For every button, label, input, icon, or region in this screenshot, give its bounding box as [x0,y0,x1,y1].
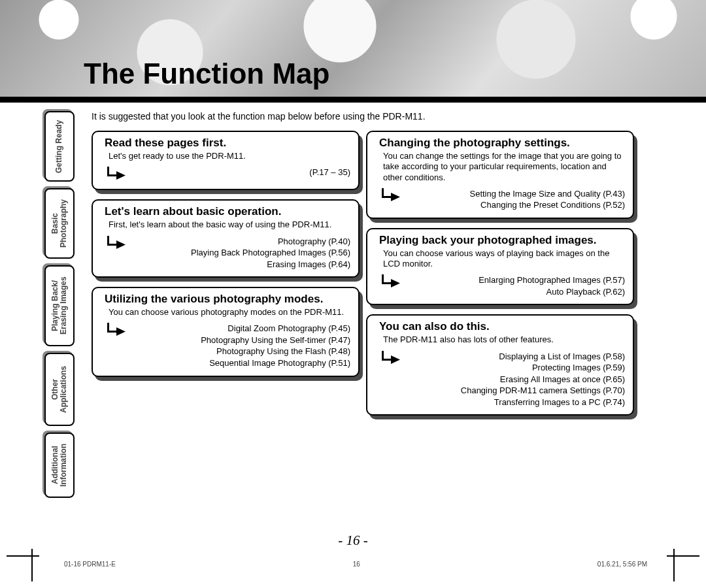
svg-rect-13 [382,282,391,284]
left-column: Read these pages first.Let's get ready t… [92,131,360,386]
module-ref-line: Sequential Image Photography (P.51) [133,357,350,369]
module-refs: Photography (P.40)Playing Back Photograp… [133,236,350,270]
svg-marker-17 [391,355,400,364]
module-refs: Enlarging Photographed Images (P.57)Auto… [408,274,625,297]
module-heading: Changing the photography settings. [379,137,625,150]
page-number: - 16 - [0,532,706,549]
module-box: Let's learn about basic operation.First,… [92,199,360,278]
module-refs: Setting the Image Size and Quality (P.43… [408,188,625,211]
header-divider [0,97,706,103]
module-ref-row: Photography (P.40)Playing Back Photograp… [105,233,350,270]
module-refs: Displaying a List of Images (P.58)Protec… [408,351,625,408]
arrow-icon [379,273,401,290]
side-tab-label: Getting Ready [53,114,65,178]
svg-rect-16 [382,359,391,361]
module-ref-line: Protecting Images (P.59) [408,362,625,374]
module-box: Changing the photography settings.You ca… [366,131,634,219]
module-heading: You can also do this. [379,320,625,333]
svg-rect-4 [107,244,116,246]
footer-left: 01-16 PDRM11-E [64,561,116,568]
right-column: Changing the photography settings.You ca… [366,131,634,425]
module-ref-line: Changing the Preset Conditions (P.52) [408,199,625,211]
footer-meta: 01-16 PDRM11-E 16 01.6.21, 5:56 PM [64,561,647,568]
module-ref-row: Enlarging Photographed Images (P.57)Auto… [379,272,625,297]
svg-rect-10 [382,196,391,198]
module-box: Utilizing the various photography modes.… [92,287,360,376]
footer-right: 01.6.21, 5:56 PM [597,561,647,568]
side-tab: Other Applications [44,353,75,426]
module-ref-row: Digital Zoom Photography (P.45)Photograp… [105,320,350,368]
svg-marker-2 [116,171,126,180]
side-tab: Playing Back/ Erasing Images [44,265,75,346]
module-box: You can also do this.The PDR-M11 also ha… [366,314,634,416]
arrow-icon [105,321,127,338]
side-tab: Basic Photography [44,188,75,259]
module-refs: Digital Zoom Photography (P.45)Photograp… [133,323,350,368]
arrow-icon [105,165,127,182]
crop-mark [673,549,675,581]
svg-rect-1 [107,174,116,176]
side-tab-label: Basic Photography [49,194,70,253]
module-refs: (P.17 – 35) [133,167,350,178]
arrow-icon [379,187,401,204]
module-desc: First, let's learn about the basic way o… [109,220,350,230]
side-tabs: Getting ReadyBasic PhotographyPlaying Ba… [44,111,78,504]
module-ref-line: Photography (P.40) [133,236,350,248]
crop-mark [667,555,699,557]
module-box: Playing back your photographed images.Yo… [366,228,634,306]
side-tab: Additional Information [44,433,75,498]
module-heading: Playing back your photographed images. [379,234,625,247]
svg-marker-5 [116,240,126,249]
module-box: Read these pages first.Let's get ready t… [92,131,360,190]
module-ref-row: Setting the Image Size and Quality (P.43… [379,186,625,211]
arrow-icon [105,235,127,252]
module-ref-line: Transferring Images to a PC (P.74) [408,397,625,408]
crop-mark [31,549,33,581]
module-desc: You can change the settings for the imag… [383,151,625,183]
arrow-icon [379,350,401,367]
svg-marker-8 [116,327,126,336]
module-ref-line: Enlarging Photographed Images (P.57) [408,274,625,286]
side-tab-label: Other Applications [49,361,70,418]
svg-marker-14 [391,279,400,287]
module-ref-line: Digital Zoom Photography (P.45) [133,323,350,335]
footer-center: 16 [353,561,360,568]
module-ref-line: Photography Using the Flash (P.48) [133,346,350,357]
module-desc: You can choose various ways of playing b… [383,248,625,270]
module-heading: Let's learn about basic operation. [105,205,350,218]
module-ref-line: Erasing All Images at once (P.65) [408,374,625,385]
svg-rect-7 [107,331,116,333]
side-tab-label: Playing Back/ Erasing Images [49,272,70,340]
module-desc: The PDR-M11 also has lots of other featu… [383,335,625,345]
module-ref-line: (P.17 – 35) [133,167,350,178]
module-ref-line: Playing Back Photographed Images (P.56) [133,247,350,259]
intro-text: It is suggested that you look at the fun… [92,111,426,122]
module-ref-row: (P.17 – 35) [105,164,350,182]
module-desc: You can choose various photography modes… [109,307,350,318]
side-tab: Getting Ready [44,111,75,182]
module-ref-line: Setting the Image Size and Quality (P.43… [408,188,625,200]
module-heading: Read these pages first. [105,137,350,150]
module-ref-row: Displaying a List of Images (P.58)Protec… [379,348,625,408]
module-ref-line: Displaying a List of Images (P.58) [408,351,625,363]
module-ref-line: Auto Playback (P.62) [408,286,625,298]
module-desc: Let's get ready to use the PDR-M11. [109,151,350,161]
page-title: The Function Map [84,57,329,90]
crop-mark [7,555,39,557]
module-ref-line: Erasing Images (P.64) [133,259,350,270]
side-tab-label: Additional Information [49,438,70,492]
module-ref-line: Changing PDR-M11 camera Settings (P.70) [408,385,625,397]
module-ref-line: Photography Using the Self-timer (P.47) [133,335,350,346]
svg-marker-11 [391,193,400,201]
module-heading: Utilizing the various photography modes. [105,293,350,306]
